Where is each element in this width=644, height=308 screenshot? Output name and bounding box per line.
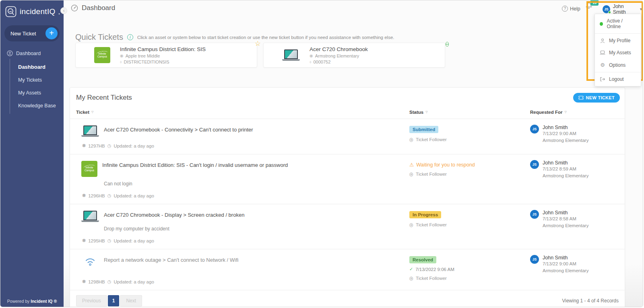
recent-tickets-title: My Recent Tickets [76,94,132,102]
quick-tickets-title: Quick Tickets [75,33,123,42]
next-page-button[interactable]: Next [120,295,142,306]
sidebar-item-knowledge-base[interactable]: Knowledge Base [10,99,64,112]
user-name: John Smith [613,4,636,15]
quick-ticket-cards: InfiniteCampus Infinite Campus District … [75,43,445,68]
status-badge: Resolved [409,256,436,263]
sidebar-item-dashboard[interactable]: Dashboard [10,60,64,74]
sidebar-subnav: Dashboard My Tickets My Assets Knowledge… [10,59,64,114]
help-button[interactable]: ? Help [562,6,580,12]
card-location: Armstrong Elementary [315,53,359,58]
sidebar-item-my-assets[interactable]: My Assets [10,86,64,99]
quick-ticket-card-chromebook[interactable]: Acer C720 Chromebook ◉Armstrong Elementa… [263,43,445,68]
quick-tickets-header: Quick Tickets i Click an asset or system… [75,33,394,42]
my-recent-tickets-panel: My Recent Tickets NEW TICKET Ticket▽ Sta… [70,87,625,307]
column-ticket: Ticket▽ [76,110,409,115]
resolved-date: ✓7/13/2022 9:06 AM [409,267,530,272]
check-icon: ✓ [409,267,413,272]
request-site: Armstrong Elementary [543,268,588,273]
ticket-follower: ◎Ticket Follower [409,137,530,142]
ticket-title: Acer C720 Chromebook - Connectivity > Ca… [104,125,253,137]
previous-page-button[interactable]: Previous [76,295,107,306]
requester-avatar: JS [530,125,539,133]
ticket-follower: ◎Ticket Follower [409,171,530,177]
online-status-dot [608,11,611,14]
follower-icon: ◎ [409,137,413,142]
chromebook-thumbnail [81,211,99,222]
pagination: Previous 1 Next [76,295,142,306]
new-ticket-button[interactable]: New Ticket + [4,25,60,41]
clock-icon: ◷ [107,143,111,148]
chromebook-thumbnail [282,49,300,61]
menu-item-my-profile[interactable]: My Profile [595,35,641,47]
sidebar-item-my-tickets[interactable]: My Tickets [10,74,64,86]
ticket-title: Report a network outage > Can't connect … [104,256,239,268]
link-icon[interactable]: ∞ [446,39,449,47]
ticket-meta: ✽1296HB ◷Updated: a day ago [82,193,409,198]
ticket-title: Infinite Campus District Edition: SIS - … [102,161,288,177]
user-icon [600,38,605,43]
sort-icon[interactable]: ▽ [91,111,93,114]
column-status: Status▽ [409,110,530,115]
chevron-down-icon: ▼ [639,7,643,11]
current-page-button[interactable]: 1 [108,295,120,306]
table-row[interactable]: Acer C720 Chromebook - Display > Screen … [70,204,625,249]
status-badge: Submitted [409,126,438,133]
requester-name: John Smith [543,255,588,261]
request-date: 7/13/22 9:00 AM [543,131,588,136]
quick-tickets-description: Click an asset or system below to start … [137,35,394,40]
notification-count-badge: 10 [590,0,599,6]
tag-icon: ⬨ [310,60,312,64]
notifications-button[interactable]: 10 [585,2,594,11]
request-date: 7/13/22 8:58 AM [543,216,588,221]
sort-icon[interactable]: ▽ [425,111,427,114]
active-status-icon [600,22,603,26]
request-site: Armstrong Elementary [543,223,588,228]
ticket-subtitle: Drop my computer by accident [104,226,409,232]
powered-by: Powered by Incident IQ ® [0,299,64,304]
sidebar-section-dashboard[interactable]: Dashboard [0,48,64,59]
sidebar-collapse-button[interactable]: ‹ [60,7,67,14]
ticket-follower: ◎Ticket Follower [409,275,530,281]
clock-icon: ◷ [107,279,111,284]
ticket-title: Acer C720 Chromebook - Display > Screen … [104,211,244,222]
gauge-icon [71,4,78,12]
ticket-number-icon: ✽ [82,279,86,284]
card-location: Apple tree Middle [126,53,160,58]
user-avatar: JS [603,5,610,13]
incidentiq-logo[interactable]: incidentIQ [0,0,64,21]
new-ticket-cta-button[interactable]: NEW TICKET [573,93,620,103]
incidentiq-logo-icon [5,6,17,17]
menu-item-my-assets[interactable]: My Assets [595,47,641,59]
table-row[interactable]: Report a network outage > Can't connect … [70,249,625,290]
infinite-campus-logo: InfiniteCampus [81,161,97,177]
ticket-follower: ◎Ticket Follower [409,222,530,228]
requester-name: John Smith [543,160,588,166]
table-row[interactable]: Acer C720 Chromebook - Connectivity > Ca… [70,119,625,154]
ticket-icon [578,96,584,100]
sort-icon[interactable]: ▽ [565,111,567,114]
laptop-icon [600,50,605,55]
infinite-campus-logo: InfiniteCampus [94,47,110,63]
requester-avatar: JS [530,160,539,169]
menu-item-logout[interactable]: Logout [595,73,641,85]
column-requested-for: Requested For▽ [530,110,619,115]
ticket-meta: ✽1297HB ◷Updated: a day ago [82,143,409,148]
location-pin-icon: ◉ [310,53,313,58]
table-row[interactable]: InfiniteCampus Infinite Campus District … [70,154,625,204]
menu-divider [595,72,641,72]
requester-name: John Smith [543,210,588,216]
user-circle-icon [7,50,13,56]
card-tag: 0000752 [314,60,331,64]
menu-item-status[interactable]: Active / Online [595,15,641,33]
logo-text: incidentIQ [20,7,56,16]
status-badge: In Progress [409,211,441,218]
menu-item-options[interactable]: ⚙ Options [595,59,641,71]
request-site: Armstrong Elementary [543,173,588,178]
ticket-meta: ✽1298HB ◷Updated: a day ago [82,279,409,284]
main-content: Dashboard ? Help 10 JS John Smith ▼ Acti… [64,0,643,307]
favorite-star-icon[interactable]: ☆ [255,39,261,48]
quick-ticket-card-infinite-campus[interactable]: InfiniteCampus Infinite Campus District … [75,43,257,68]
ticket-number-icon: ✽ [82,193,86,198]
user-menu-button[interactable]: JS John Smith ▼ [603,4,643,15]
follower-icon: ◎ [409,222,413,228]
